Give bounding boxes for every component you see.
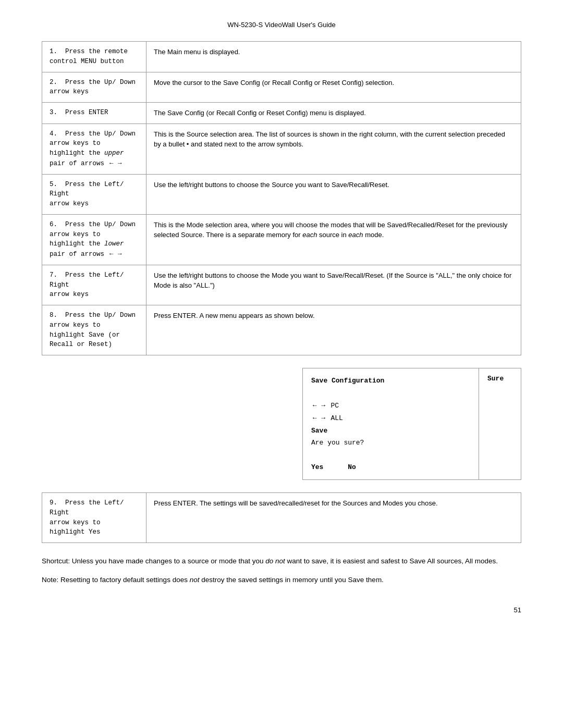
- step-num-3: 3.: [50, 109, 65, 116]
- step-num-2: 2.: [50, 79, 65, 86]
- table-row: 4. Press the Up/ Downarrow keys tohighli…: [42, 124, 521, 174]
- step-right-7: Use the left/right buttons to choose the…: [146, 265, 521, 305]
- italic-each-2: each: [348, 231, 363, 239]
- save-config-blank-line-2: [311, 449, 470, 461]
- save-config-yes-no: Yes No: [311, 461, 470, 473]
- save-config-line-pc: ← → PC: [311, 399, 470, 412]
- save-config-left-panel: Save Configuration ← → PC ← → ALL Save A…: [303, 368, 479, 479]
- step-right-8: Press ENTER. A new menu appears as shown…: [146, 305, 521, 355]
- page-number-value: 51: [514, 606, 521, 614]
- header-title: WN-5230-S VideoWall User's Guide: [227, 21, 336, 29]
- step-right-1: The Main menu is displayed.: [146, 42, 521, 72]
- step-num-4: 4.: [50, 130, 65, 138]
- step-right-6: This is the Mode selection area, where y…: [146, 214, 521, 265]
- main-instructions-table: 1. Press the remotecontrol MENU button T…: [42, 41, 521, 355]
- save-config-line-sure-question: Are you sure?: [311, 437, 470, 449]
- save-config-blank-line: [311, 387, 470, 399]
- page-header: WN-5230-S VideoWall User's Guide: [42, 21, 521, 29]
- italic-each-1: each: [302, 231, 317, 239]
- bottom-instructions-table: 9. Press the Left/ Rightarrow keys tohig…: [42, 492, 521, 543]
- save-config-title: Save Configuration: [311, 375, 470, 387]
- arrow-sym-6: ← →: [108, 250, 123, 257]
- step-left-5: 5. Press the Left/ Rightarrow keys: [42, 174, 146, 214]
- step-num-6: 6.: [50, 221, 65, 228]
- step-right-4: This is the Source selection area. The l…: [146, 124, 521, 174]
- table-row: 9. Press the Left/ Rightarrow keys tohig…: [42, 493, 521, 543]
- table-row: 8. Press the Up/ Downarrow keys tohighli…: [42, 305, 521, 355]
- step-left-2: 2. Press the Up/ Downarrow keys: [42, 72, 146, 103]
- step-left-6: 6. Press the Up/ Downarrow keys tohighli…: [42, 214, 146, 265]
- save-config-sure-label: Sure: [487, 375, 512, 382]
- step-num-5: 5.: [50, 181, 65, 188]
- save-config-line-all: ← → ALL: [311, 412, 470, 424]
- table-row: 2. Press the Up/ Downarrow keys Move the…: [42, 72, 521, 103]
- step-left-7: 7. Press the Left/ Rightarrow keys: [42, 265, 146, 305]
- table-row: 3. Press ENTER The Save Config (or Recal…: [42, 103, 521, 124]
- table-row: 6. Press the Up/ Downarrow keys tohighli…: [42, 214, 521, 265]
- table-row: 7. Press the Left/ Rightarrow keys Use t…: [42, 265, 521, 305]
- italic-lower: lower: [104, 240, 124, 248]
- table-row: 1. Press the remotecontrol MENU button T…: [42, 42, 521, 72]
- save-config-box: Save Configuration ← → PC ← → ALL Save A…: [302, 368, 521, 480]
- step-right-5: Use the left/right buttons to choose the…: [146, 174, 521, 214]
- step-left-1: 1. Press the remotecontrol MENU button: [42, 42, 146, 72]
- save-config-container: Save Configuration ← → PC ← → ALL Save A…: [42, 368, 521, 480]
- save-config-line-save: Save: [311, 425, 470, 437]
- table-row: 5. Press the Left/ Rightarrow keys Use t…: [42, 174, 521, 214]
- step-right-3: The Save Config (or Recall Config or Res…: [146, 103, 521, 124]
- step-num-1: 1.: [50, 48, 65, 55]
- italic-do-not: do not: [265, 557, 285, 565]
- page-number: 51: [42, 606, 521, 614]
- step-left-3: 3. Press ENTER: [42, 103, 146, 124]
- italic-upper: upper: [104, 150, 124, 157]
- step-left-4: 4. Press the Up/ Downarrow keys tohighli…: [42, 124, 146, 174]
- italic-not: not: [190, 576, 200, 584]
- arrow-sym-4: ← →: [108, 159, 123, 167]
- footnote-1: Shortcut: Unless you have made changes t…: [42, 556, 521, 567]
- step-right-2: Move the cursor to the Save Config (or R…: [146, 72, 521, 103]
- step-num-7: 7.: [50, 272, 65, 279]
- step-left-9: 9. Press the Left/ Rightarrow keys tohig…: [42, 493, 146, 543]
- footnote-2: Note: Resetting to factory default setti…: [42, 574, 521, 586]
- step-num-8: 8.: [50, 312, 65, 319]
- save-config-right-panel: Sure: [479, 368, 521, 479]
- step-num-9: 9.: [50, 499, 65, 507]
- step-left-8: 8. Press the Up/ Downarrow keys tohighli…: [42, 305, 146, 355]
- step-right-9: Press ENTER. The settings will be saved/…: [146, 493, 521, 543]
